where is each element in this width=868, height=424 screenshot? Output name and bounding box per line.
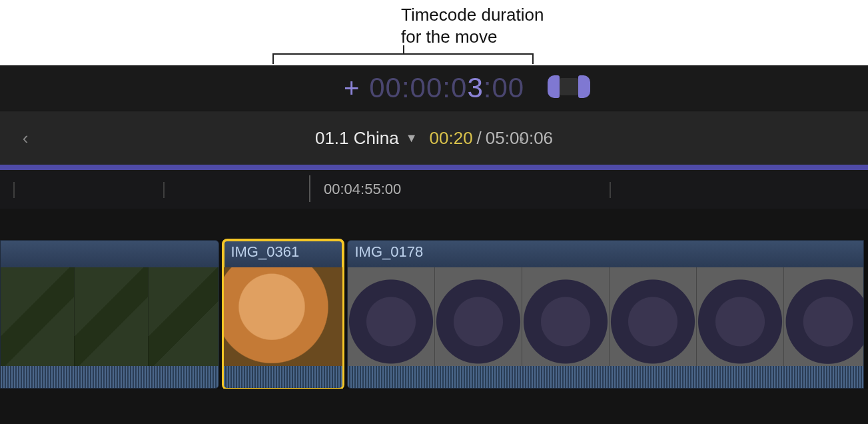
ruler-playhead-label: 00:04:55:00: [324, 181, 401, 198]
timeline-history-forward-button[interactable]: ›: [502, 111, 542, 165]
duration-separator: /: [477, 128, 482, 149]
clip-audio-waveform: [1, 366, 218, 389]
timecode-entry-field[interactable]: + 00:00:03:00: [344, 72, 524, 104]
timeline-strip: [0, 165, 868, 170]
primary-storyline-track[interactable]: IMG_0361 IMG_0178: [0, 240, 868, 389]
timeline-clip[interactable]: IMG_0361: [223, 240, 343, 389]
timeline-history-back-button[interactable]: ‹: [5, 111, 45, 165]
chevron-right-icon: ›: [519, 128, 525, 149]
callout-bracket: [272, 53, 534, 65]
project-name-label: 01.1 China: [315, 128, 399, 149]
project-title-dropdown[interactable]: 01.1 China ▼: [315, 128, 418, 149]
clip-filmstrip: [224, 267, 342, 366]
timecode-dim-suffix: :00: [484, 72, 524, 103]
clip-title: IMG_0178: [348, 241, 863, 267]
timeline-index-row: ‹ 01.1 China ▼ 00:20 / 05:00:06 ›: [0, 111, 868, 165]
chevron-left-icon: ‹: [23, 128, 29, 149]
clip-filmstrip: [348, 267, 863, 366]
timeline-bottom-area: [0, 389, 868, 424]
timeline-ruler[interactable]: 00:04:55:00: [0, 170, 868, 209]
ruler-tick: [610, 182, 611, 198]
timecode-dim-prefix: 00:00:0: [369, 72, 467, 103]
callout-line2: for the move: [401, 26, 544, 48]
timecode-bright-digit: 3: [467, 72, 483, 103]
timeline-clip[interactable]: IMG_0178: [347, 240, 864, 389]
chevron-down-icon: ▼: [406, 131, 418, 145]
ruler-tick: [13, 182, 15, 198]
callout-text: Timecode duration for the move: [401, 4, 544, 47]
timecode-sign: +: [344, 73, 360, 103]
clip-audio-waveform: [224, 366, 342, 389]
timeline-clip[interactable]: [0, 240, 219, 389]
timecode-value: 00:00:03:00: [369, 72, 524, 104]
clip-title: [1, 241, 218, 267]
clip-title: IMG_0361: [224, 241, 342, 267]
timecode-display-bar: + 00:00:03:00: [0, 65, 868, 111]
selection-duration-label: 00:20: [430, 128, 473, 149]
timeline-gap: [0, 209, 868, 243]
trim-both-icon: [548, 75, 598, 98]
callout-line1: Timecode duration: [401, 4, 544, 26]
clip-filmstrip: [1, 267, 218, 366]
ruler-tick: [163, 182, 165, 198]
playhead-tick[interactable]: [309, 175, 310, 202]
clip-audio-waveform: [348, 366, 863, 389]
